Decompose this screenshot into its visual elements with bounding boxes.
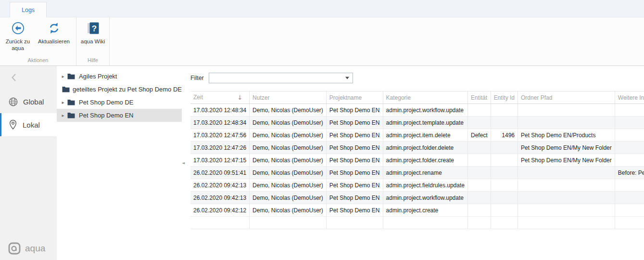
log-cell bbox=[491, 192, 518, 204]
log-cell bbox=[491, 142, 518, 154]
expand-arrow-icon[interactable]: ▸ bbox=[60, 100, 66, 105]
sidebar-item-label: Lokal bbox=[23, 121, 40, 129]
aqua-logo-icon bbox=[8, 242, 21, 255]
log-cell: Pet Shop Demo EN bbox=[326, 179, 383, 192]
column-header-ordner-pfad[interactable]: Ordner Pfad bbox=[518, 91, 615, 104]
log-cell: Demo, Nicolas (DemoUser) bbox=[250, 129, 327, 142]
filter-label: Filter bbox=[190, 75, 204, 81]
log-cell bbox=[467, 104, 491, 117]
log-cell: Pet Shop Demo EN bbox=[326, 129, 383, 142]
log-cell: admin.project.template.update bbox=[383, 117, 467, 129]
log-row[interactable]: 17.03.2020 12:48:34Demo, Nicolas (DemoUs… bbox=[190, 104, 644, 117]
log-cell bbox=[615, 154, 644, 167]
log-cell: Pet Shop Demo EN/My New Folder bbox=[518, 142, 615, 154]
log-cell: Demo, Nicolas (DemoUser) bbox=[250, 117, 327, 129]
log-row[interactable]: 17.03.2020 12:47:15Demo, Nicolas (DemoUs… bbox=[190, 154, 644, 167]
aqua-wiki-button[interactable]: ? aqua Wiki bbox=[78, 20, 107, 47]
log-row[interactable]: 17.03.2020 12:48:34Demo, Nicolas (DemoUs… bbox=[190, 117, 644, 129]
refresh-button[interactable]: Aktualisieren bbox=[34, 20, 74, 47]
sidebar-item-lokal[interactable]: Lokal bbox=[0, 113, 57, 136]
filter-combobox[interactable] bbox=[209, 73, 353, 83]
empty-row bbox=[190, 217, 644, 229]
column-header-entität[interactable]: Entität bbox=[467, 91, 491, 104]
aqua-logo: aqua bbox=[8, 242, 45, 255]
ribbon-group-hilfe: ? aqua Wiki Hilfe bbox=[76, 17, 110, 65]
tree-item-label: Pet Shop Demo DE bbox=[79, 99, 133, 106]
folder-icon bbox=[67, 112, 76, 118]
log-cell bbox=[518, 117, 615, 129]
log-cell: Pet Shop Demo EN/Products bbox=[518, 129, 615, 142]
tab-logs-label: Logs bbox=[22, 7, 35, 13]
log-cell bbox=[491, 167, 518, 179]
tree-item[interactable]: ▸Pet Shop Demo DE bbox=[57, 96, 182, 109]
column-header-label: Weitere Infos bbox=[618, 94, 644, 101]
column-header-zeit[interactable]: ↓Zeit bbox=[190, 91, 250, 104]
collapse-sidebar-button[interactable] bbox=[0, 66, 57, 90]
log-cell bbox=[467, 192, 491, 204]
refresh-label: Aktualisieren bbox=[38, 39, 70, 45]
expand-arrow-icon[interactable]: ▸ bbox=[60, 113, 66, 118]
log-cell: admin.project.fieldrules.update bbox=[383, 179, 467, 192]
log-cell bbox=[518, 167, 615, 179]
tree-item[interactable]: geteiltes Projekt zu Pet Shop Demo DE bbox=[57, 83, 182, 96]
tab-logs[interactable]: Logs bbox=[10, 2, 47, 17]
help-icon: ? bbox=[87, 22, 100, 37]
back-to-aqua-button[interactable]: Zurück zu aqua bbox=[2, 20, 34, 53]
log-cell bbox=[467, 167, 491, 179]
sidebar-item-global[interactable]: Global bbox=[0, 90, 57, 113]
log-cell: 17.03.2020 12:47:56 bbox=[190, 129, 250, 142]
column-header-projektname[interactable]: Projektname bbox=[326, 91, 383, 104]
log-cell: 17.03.2020 12:47:26 bbox=[190, 142, 250, 154]
tree-item[interactable]: ▸Agiles Projekt bbox=[57, 70, 182, 83]
log-cell: Before: Pet Shop bbox=[615, 167, 644, 179]
chevron-down-icon[interactable] bbox=[345, 77, 349, 79]
ribbon-tabstrip: Logs bbox=[0, 0, 644, 17]
column-header-label: Projektname bbox=[329, 94, 362, 101]
log-cell bbox=[467, 117, 491, 129]
log-cell: Pet Shop Demo EN bbox=[326, 204, 383, 217]
log-cell bbox=[491, 204, 518, 217]
log-cell: Demo, Nicolas (DemoUser) bbox=[250, 104, 327, 117]
log-cell: Demo, Nicolas (DemoUser) bbox=[250, 142, 327, 154]
refresh-icon bbox=[48, 22, 61, 37]
splitter-handle[interactable]: ◄ bbox=[182, 66, 188, 260]
log-row[interactable]: 17.03.2020 12:47:56Demo, Nicolas (DemoUs… bbox=[190, 129, 644, 142]
log-cell bbox=[467, 142, 491, 154]
log-cell: 17.03.2020 12:48:34 bbox=[190, 117, 250, 129]
column-header-label: Kategorie bbox=[386, 94, 411, 101]
column-header-weitere-infos[interactable]: Weitere Infos bbox=[615, 91, 644, 104]
log-cell bbox=[615, 142, 644, 154]
log-row[interactable]: 17.03.2020 12:47:26Demo, Nicolas (DemoUs… bbox=[190, 142, 644, 154]
log-cell bbox=[491, 154, 518, 167]
log-cell bbox=[491, 117, 518, 129]
ribbon: Zurück zu aqua Aktualisieren Aktionen bbox=[0, 17, 644, 66]
log-cell: Pet Shop Demo EN bbox=[326, 117, 383, 129]
column-header-entity-id[interactable]: Entity Id bbox=[491, 91, 518, 104]
sidebar-item-label: Global bbox=[23, 98, 44, 106]
tree-item[interactable]: ▸Pet Shop Demo EN bbox=[57, 109, 182, 122]
collapse-tree-icon[interactable]: ◄ bbox=[182, 161, 185, 165]
log-cell: Pet Shop Demo EN bbox=[326, 167, 383, 179]
log-cell: 17.03.2020 12:47:15 bbox=[190, 154, 250, 167]
log-cell bbox=[518, 104, 615, 117]
log-cell: Pet Shop Demo EN bbox=[326, 154, 383, 167]
log-row[interactable]: 26.02.2020 09:42:13Demo, Nicolas (DemoUs… bbox=[190, 192, 644, 204]
column-header-nutzer[interactable]: Nutzer bbox=[250, 91, 327, 104]
log-row[interactable]: 26.02.2020 09:51:41Demo, Nicolas (DemoUs… bbox=[190, 167, 644, 179]
column-header-label: Ordner Pfad bbox=[521, 94, 552, 101]
log-cell: Demo, Nicolas (DemoUser) bbox=[250, 167, 327, 179]
back-to-aqua-label: Zurück zu aqua bbox=[4, 39, 32, 52]
log-cell: Demo, Nicolas (DemoUser) bbox=[250, 179, 327, 192]
log-cell: 1496 bbox=[491, 129, 518, 142]
expand-arrow-icon[interactable]: ▸ bbox=[60, 74, 66, 79]
filter-input[interactable] bbox=[209, 73, 348, 83]
log-cell bbox=[615, 104, 644, 117]
back-icon bbox=[12, 22, 25, 37]
log-cell: Pet Shop Demo EN/My New Folder bbox=[518, 154, 615, 167]
log-cell: admin.project.workflow.update bbox=[383, 192, 467, 204]
log-row[interactable]: 26.02.2020 09:42:13Demo, Nicolas (DemoUs… bbox=[190, 179, 644, 192]
logs-table: ↓ZeitNutzerProjektnameKategorieEntitätEn… bbox=[190, 91, 644, 229]
column-header-kategorie[interactable]: Kategorie bbox=[383, 91, 467, 104]
log-row[interactable]: 26.02.2020 09:42:12Demo, Nicolas (DemoUs… bbox=[190, 204, 644, 217]
log-cell bbox=[615, 179, 644, 192]
